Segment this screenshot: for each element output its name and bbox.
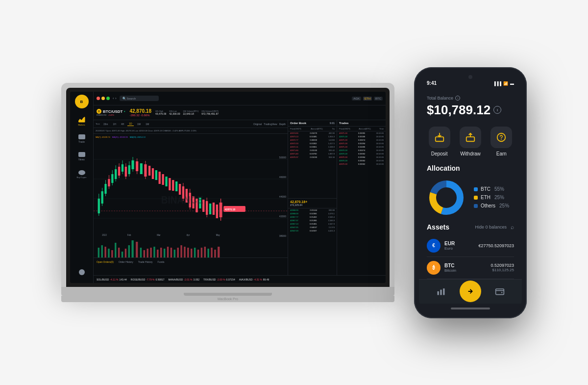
asset-row-btc[interactable]: ₿ BTC Bitcoin 0.52097023 $110,125.25 — [427, 257, 514, 279]
minimize-window-btn[interactable] — [101, 97, 105, 100]
chart-tab-1w[interactable]: 1W — [136, 122, 143, 126]
trade-row: 42870.180.0027418:10:06 — [337, 149, 386, 152]
chart-time-label: Time — [96, 123, 100, 125]
pair-tag-eth[interactable]: ETH — [363, 97, 372, 101]
svg-text:Mar: Mar — [157, 234, 161, 236]
sidebar-item-markets[interactable]: Markets — [73, 113, 91, 129]
svg-text:42870.18: 42870.18 — [225, 208, 235, 211]
hide-balances-label: Hide 0 balances — [475, 225, 507, 230]
svg-rect-79 — [125, 249, 126, 257]
chart-tab-15m[interactable]: 15m — [102, 122, 110, 126]
chart-ma-info: MA(7): 43228.74 MA(25): 43503.99 MA(99):… — [94, 134, 288, 140]
chart-time-tabs: Time 15m 1H 4H 1D 1W 1M Original Trading… — [94, 120, 288, 128]
phone: 9:41 ▐▐▐ 📶 ▬ Total Balance i $10 — [414, 67, 527, 318]
nav-trade-btn[interactable] — [460, 281, 481, 302]
assets-search-icon[interactable]: ⌕ — [511, 224, 514, 231]
svg-rect-90 — [164, 249, 165, 257]
chart-type-trading-view[interactable]: TradingView — [264, 123, 277, 126]
symbol-bar: B BTC/USDT ▾ BNB/BUSD -2.40% 42 — [94, 105, 386, 120]
svg-rect-59 — [216, 205, 218, 218]
earn-button[interactable]: Earn — [489, 127, 514, 156]
sidebar-settings-icon[interactable] — [73, 264, 91, 280]
screen-bezel: B Markets Trade News — [66, 88, 390, 287]
svg-rect-57 — [209, 204, 211, 214]
withdraw-label: Withdraw — [460, 151, 481, 156]
svg-rect-92 — [171, 248, 172, 257]
eur-symbol: EUR — [444, 241, 478, 246]
ticker-item: AVAX/BUSD -4.31 % 89.49 — [239, 278, 270, 281]
trade-row: 42875.180.0029418:10:06 — [337, 142, 386, 145]
btc-symbol: BTC — [444, 263, 490, 268]
btc-info: BTC Bitcoin — [444, 263, 490, 273]
deposit-icon — [429, 127, 450, 148]
ob-col-price: Price(USDT) — [290, 128, 301, 130]
search-bar[interactable]: 🔍 Search — [120, 96, 159, 101]
svg-text:46000: 46000 — [279, 176, 286, 179]
trade-row: 42870.180.0006218:10:06 — [337, 152, 386, 155]
laptop: B Markets Trade News — [61, 83, 394, 302]
phone-bottom-nav — [419, 279, 522, 304]
svg-rect-75 — [111, 250, 113, 257]
svg-rect-102 — [204, 247, 206, 257]
chart-tab-1h[interactable]: 1H — [111, 122, 117, 126]
ticker-item: TRX/BUSD -2.00 % 0.07154 — [203, 278, 235, 281]
ob-bid-row: 42867.770.054022,346.4 — [288, 215, 337, 219]
wifi-icon: 📶 — [503, 81, 508, 86]
sidebar-item-buy-crypto[interactable]: Buy Crypto — [73, 166, 91, 182]
eur-icon: € — [427, 239, 441, 253]
chart-tab-1d[interactable]: 1D — [127, 122, 133, 126]
svg-rect-71 — [98, 248, 99, 257]
chart-depth-btn[interactable]: Depth — [279, 123, 286, 126]
svg-rect-94 — [177, 248, 178, 257]
ob-ask-row: 42872.330.033021,417.5 — [288, 142, 337, 145]
svg-rect-91 — [167, 247, 169, 257]
trades-col-price: Price(USDT) — [339, 128, 350, 130]
svg-rect-108 — [466, 137, 475, 141]
tab-order-history[interactable]: Order History — [118, 260, 134, 264]
top-pair-tags: AGK ETH BTC — [352, 97, 383, 101]
chart-tab-4h[interactable]: 4H — [120, 122, 125, 126]
trade-row: 42875.180.0249618:10:06 — [337, 145, 386, 149]
deposit-label: Deposit — [431, 151, 448, 156]
sidebar-item-trade[interactable]: Trade — [73, 131, 91, 147]
svg-rect-39 — [159, 172, 161, 184]
tab-open-orders[interactable]: Open Orders(0) — [96, 260, 115, 264]
tab-trade-history[interactable]: Trade History — [137, 260, 154, 264]
deposit-button[interactable]: Deposit — [427, 127, 452, 156]
pair-tag-btc[interactable]: BTC — [374, 97, 383, 101]
svg-rect-38 — [155, 170, 157, 180]
svg-rect-100 — [197, 250, 199, 257]
chart-type-original[interactable]: Original — [253, 123, 262, 126]
close-window-btn[interactable] — [97, 97, 100, 100]
svg-rect-106 — [218, 247, 220, 257]
trades-col-amount: Amount(BTC) — [359, 128, 370, 130]
chart-ma25: MA(25): 43503.99 — [112, 136, 128, 138]
chart-tab-1m[interactable]: 1M — [144, 122, 150, 126]
back-btn[interactable]: ‹ › — [113, 96, 117, 101]
svg-text:44000: 44000 — [279, 195, 286, 198]
svg-text:50000: 50000 — [279, 156, 286, 159]
ticker-item: ROSE/BUSD -7.79 % 0.50817 — [131, 278, 165, 281]
maximize-window-btn[interactable] — [106, 97, 110, 100]
balance-info-icon[interactable]: i — [455, 96, 460, 101]
tab-funds[interactable]: Funds — [157, 260, 166, 264]
stat-vol-btc: 24h Volume(BTC) 22,640.18 — [183, 110, 198, 115]
withdraw-button[interactable]: Withdraw — [458, 127, 483, 156]
order-book-header: Order Book 9:01 — [288, 120, 337, 127]
svg-rect-37 — [152, 168, 154, 179]
status-icons: ▐▐▐ 📶 ▬ — [493, 81, 514, 86]
asset-row-eur[interactable]: € EUR Euro €27750.52097023 — [427, 235, 514, 257]
svg-rect-44 — [175, 181, 177, 191]
nav-portfolio-btn[interactable] — [431, 282, 451, 301]
allocation-legend: BTC 55% ETH 25% Others — [474, 186, 509, 208]
nav-wallet-btn[interactable] — [490, 282, 510, 301]
trade-row: 42875.180.0009518:10:06 — [337, 131, 386, 135]
balance-detail-btn[interactable]: i — [493, 106, 501, 114]
sidebar-item-news[interactable]: News — [73, 149, 91, 164]
svg-text:May: May — [216, 234, 220, 236]
chart-main: Time 15m 1H 4H 1D 1W 1M Original Trading… — [94, 120, 288, 275]
pair-tag-agk[interactable]: AGK — [352, 97, 361, 101]
svg-rect-72 — [101, 245, 102, 257]
assets-section: Assets Hide 0 balances ⌕ € EUR Euro — [427, 223, 514, 279]
trade-row: 42870.180.0006218:10:06 — [337, 162, 386, 166]
